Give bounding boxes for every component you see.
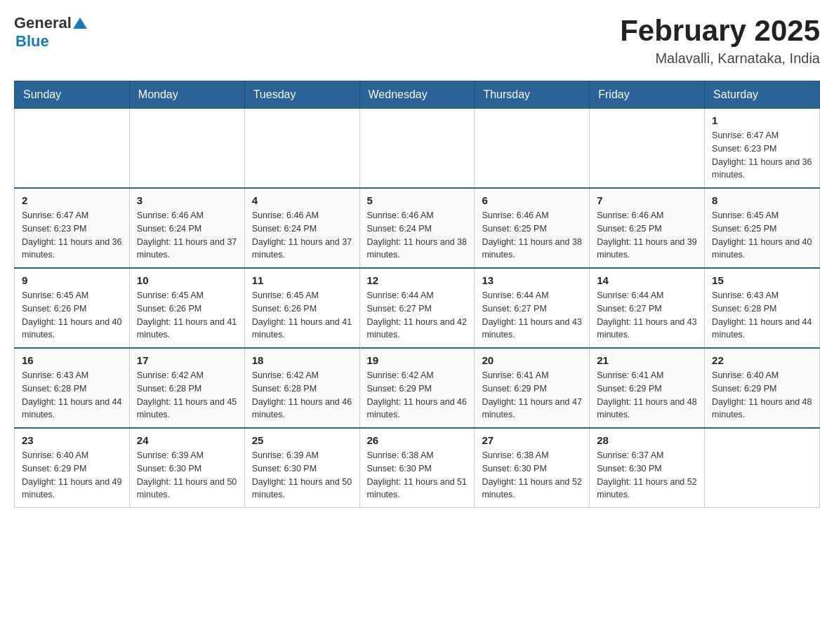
calendar-cell: 18Sunrise: 6:42 AMSunset: 6:28 PMDayligh… [244,348,359,428]
day-number: 24 [137,434,237,446]
title-section: February 2025 Malavalli, Karnataka, Indi… [620,14,820,67]
calendar-cell: 15Sunrise: 6:43 AMSunset: 6:28 PMDayligh… [705,268,820,348]
day-number: 11 [252,274,352,286]
day-number: 15 [712,274,812,286]
calendar-header-row: SundayMondayTuesdayWednesdayThursdayFrid… [15,81,820,109]
svg-marker-0 [73,18,87,29]
day-number: 27 [482,434,582,446]
day-info: Sunrise: 6:47 AMSunset: 6:23 PMDaylight:… [712,129,812,182]
day-info: Sunrise: 6:44 AMSunset: 6:27 PMDaylight:… [597,289,697,342]
day-info: Sunrise: 6:39 AMSunset: 6:30 PMDaylight:… [252,449,352,502]
day-info: Sunrise: 6:38 AMSunset: 6:30 PMDaylight:… [367,449,468,502]
calendar-subtitle: Malavalli, Karnataka, India [620,51,820,67]
calendar-cell: 11Sunrise: 6:45 AMSunset: 6:26 PMDayligh… [244,268,359,348]
calendar-cell: 22Sunrise: 6:40 AMSunset: 6:29 PMDayligh… [705,348,820,428]
day-number: 16 [22,354,122,366]
calendar-cell [15,109,130,189]
calendar-cell [359,109,475,189]
calendar-cell: 12Sunrise: 6:44 AMSunset: 6:27 PMDayligh… [359,268,475,348]
calendar-cell: 9Sunrise: 6:45 AMSunset: 6:26 PMDaylight… [15,268,130,348]
day-info: Sunrise: 6:45 AMSunset: 6:26 PMDaylight:… [137,289,237,342]
day-number: 4 [252,194,352,206]
day-info: Sunrise: 6:46 AMSunset: 6:24 PMDaylight:… [367,209,468,262]
logo: General Blue [14,14,87,51]
day-info: Sunrise: 6:43 AMSunset: 6:28 PMDaylight:… [22,369,122,422]
calendar-cell: 20Sunrise: 6:41 AMSunset: 6:29 PMDayligh… [475,348,590,428]
day-info: Sunrise: 6:47 AMSunset: 6:23 PMDaylight:… [22,209,122,262]
day-info: Sunrise: 6:42 AMSunset: 6:28 PMDaylight:… [137,369,237,422]
day-info: Sunrise: 6:40 AMSunset: 6:29 PMDaylight:… [22,449,122,502]
day-number: 25 [252,434,352,446]
calendar-week-row: 1Sunrise: 6:47 AMSunset: 6:23 PMDaylight… [15,109,820,189]
day-number: 22 [712,354,812,366]
calendar-week-row: 16Sunrise: 6:43 AMSunset: 6:28 PMDayligh… [15,348,820,428]
day-number: 19 [367,354,468,366]
calendar-cell: 6Sunrise: 6:46 AMSunset: 6:25 PMDaylight… [475,188,590,268]
calendar-cell: 14Sunrise: 6:44 AMSunset: 6:27 PMDayligh… [590,268,705,348]
day-info: Sunrise: 6:46 AMSunset: 6:25 PMDaylight:… [482,209,582,262]
calendar-cell: 1Sunrise: 6:47 AMSunset: 6:23 PMDaylight… [705,109,820,189]
day-info: Sunrise: 6:46 AMSunset: 6:25 PMDaylight:… [597,209,697,262]
day-number: 9 [22,274,122,286]
day-number: 17 [137,354,237,366]
day-number: 21 [597,354,697,366]
page-header: General Blue February 2025 Malavalli, Ka… [14,14,820,67]
calendar-header-wednesday: Wednesday [359,81,475,109]
calendar-cell: 10Sunrise: 6:45 AMSunset: 6:26 PMDayligh… [129,268,244,348]
day-number: 5 [367,194,468,206]
calendar-cell: 21Sunrise: 6:41 AMSunset: 6:29 PMDayligh… [590,348,705,428]
day-info: Sunrise: 6:44 AMSunset: 6:27 PMDaylight:… [367,289,468,342]
day-number: 3 [137,194,237,206]
calendar-cell: 28Sunrise: 6:37 AMSunset: 6:30 PMDayligh… [590,428,705,508]
day-number: 1 [712,114,812,126]
day-info: Sunrise: 6:41 AMSunset: 6:29 PMDaylight:… [482,369,582,422]
day-info: Sunrise: 6:38 AMSunset: 6:30 PMDaylight:… [482,449,582,502]
day-number: 12 [367,274,468,286]
day-number: 23 [22,434,122,446]
day-number: 7 [597,194,697,206]
calendar-cell: 3Sunrise: 6:46 AMSunset: 6:24 PMDaylight… [129,188,244,268]
day-info: Sunrise: 6:46 AMSunset: 6:24 PMDaylight:… [137,209,237,262]
calendar-cell: 17Sunrise: 6:42 AMSunset: 6:28 PMDayligh… [129,348,244,428]
day-info: Sunrise: 6:40 AMSunset: 6:29 PMDaylight:… [712,369,812,422]
calendar-cell: 26Sunrise: 6:38 AMSunset: 6:30 PMDayligh… [359,428,475,508]
calendar-cell [705,428,820,508]
calendar-title: February 2025 [620,14,820,48]
calendar-cell: 19Sunrise: 6:42 AMSunset: 6:29 PMDayligh… [359,348,475,428]
day-number: 10 [137,274,237,286]
calendar-cell: 16Sunrise: 6:43 AMSunset: 6:28 PMDayligh… [15,348,130,428]
calendar-cell: 2Sunrise: 6:47 AMSunset: 6:23 PMDaylight… [15,188,130,268]
day-info: Sunrise: 6:46 AMSunset: 6:24 PMDaylight:… [252,209,352,262]
calendar-week-row: 9Sunrise: 6:45 AMSunset: 6:26 PMDaylight… [15,268,820,348]
day-number: 2 [22,194,122,206]
calendar-cell: 24Sunrise: 6:39 AMSunset: 6:30 PMDayligh… [129,428,244,508]
day-info: Sunrise: 6:43 AMSunset: 6:28 PMDaylight:… [712,289,812,342]
calendar-week-row: 23Sunrise: 6:40 AMSunset: 6:29 PMDayligh… [15,428,820,508]
logo-blue-text: Blue [15,32,87,51]
day-info: Sunrise: 6:45 AMSunset: 6:26 PMDaylight:… [22,289,122,342]
day-info: Sunrise: 6:42 AMSunset: 6:28 PMDaylight:… [252,369,352,422]
calendar-cell: 8Sunrise: 6:45 AMSunset: 6:25 PMDaylight… [705,188,820,268]
calendar-week-row: 2Sunrise: 6:47 AMSunset: 6:23 PMDaylight… [15,188,820,268]
calendar-table: SundayMondayTuesdayWednesdayThursdayFrid… [14,81,820,508]
day-number: 8 [712,194,812,206]
day-number: 6 [482,194,582,206]
day-info: Sunrise: 6:45 AMSunset: 6:26 PMDaylight:… [252,289,352,342]
calendar-header-saturday: Saturday [705,81,820,109]
calendar-cell: 13Sunrise: 6:44 AMSunset: 6:27 PMDayligh… [475,268,590,348]
calendar-cell [590,109,705,189]
calendar-cell: 7Sunrise: 6:46 AMSunset: 6:25 PMDaylight… [590,188,705,268]
calendar-header-sunday: Sunday [15,81,130,109]
day-info: Sunrise: 6:44 AMSunset: 6:27 PMDaylight:… [482,289,582,342]
day-info: Sunrise: 6:41 AMSunset: 6:29 PMDaylight:… [597,369,697,422]
calendar-header-friday: Friday [590,81,705,109]
day-info: Sunrise: 6:37 AMSunset: 6:30 PMDaylight:… [597,449,697,502]
day-info: Sunrise: 6:42 AMSunset: 6:29 PMDaylight:… [367,369,468,422]
calendar-header-monday: Monday [129,81,244,109]
day-number: 28 [597,434,697,446]
logo-triangle-icon [73,16,87,30]
day-number: 18 [252,354,352,366]
day-number: 20 [482,354,582,366]
day-info: Sunrise: 6:45 AMSunset: 6:25 PMDaylight:… [712,209,812,262]
calendar-header-thursday: Thursday [475,81,590,109]
